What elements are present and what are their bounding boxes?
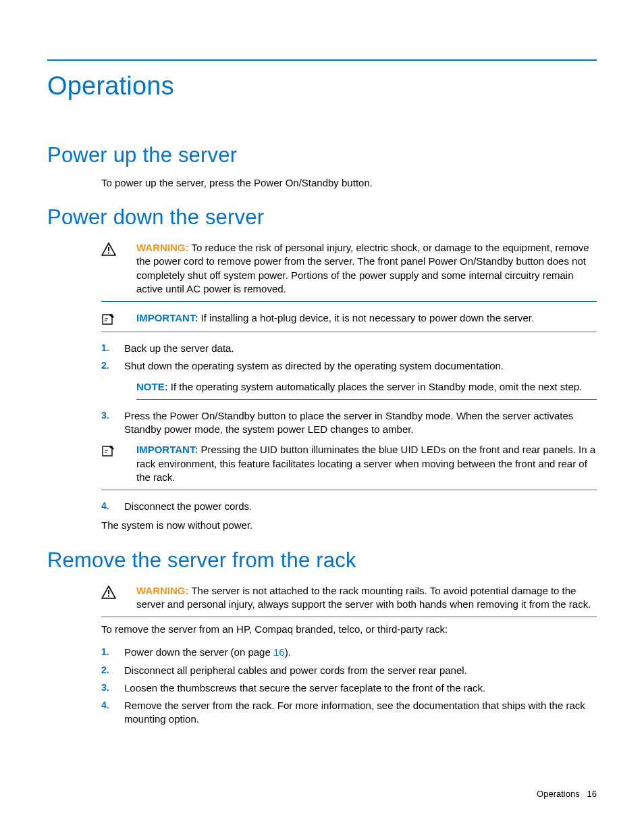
top-rule	[47, 59, 597, 61]
power-down-note: NOTE: If the operating system automatica…	[136, 377, 597, 400]
important-text: Pressing the UID button illuminates the …	[136, 444, 595, 483]
power-down-important-2: IMPORTANT: Pressing the UID button illum…	[101, 440, 597, 490]
step-text: Power down the server (on page 16).	[124, 646, 597, 659]
step-number: 4.	[101, 699, 124, 712]
step-text: Back up the server data.	[124, 342, 597, 355]
step-text: Shut down the operating system as direct…	[124, 359, 597, 373]
power-down-warning: WARNING: To reduce the risk of personal …	[101, 238, 597, 302]
step-number: 3.	[101, 681, 124, 694]
step-text: Disconnect the power cords.	[124, 500, 597, 513]
list-item: 3.Press the Power On/Standby button to p…	[101, 409, 597, 437]
step-number: 3.	[101, 409, 124, 422]
list-item: 1.Back up the server data.	[101, 342, 597, 355]
power-down-steps-cont: 3.Press the Power On/Standby button to p…	[101, 409, 597, 437]
warning-label: WARNING:	[136, 242, 189, 253]
heading-remove-rack: Remove the server from the rack	[47, 546, 597, 575]
power-down-important: IMPORTANT: If installing a hot-plug devi…	[101, 309, 597, 332]
important-label: IMPORTANT:	[136, 312, 198, 323]
step-number: 1.	[101, 646, 124, 658]
power-down-closing: The system is now without power.	[101, 519, 597, 532]
step-text: Remove the server from the rack. For mor…	[124, 699, 597, 727]
important-icon	[101, 443, 136, 458]
page-title: Operations	[47, 69, 597, 103]
page-link[interactable]: 16	[273, 646, 285, 658]
power-down-steps-end: 4.Disconnect the power cords.	[101, 500, 597, 513]
note-text: If the operating system automatically pl…	[168, 381, 583, 392]
remove-rack-intro: To remove the server from an HP, Compaq …	[101, 623, 597, 636]
svg-rect-1	[108, 253, 109, 254]
note-label: NOTE:	[136, 381, 168, 392]
list-item: 1.Power down the server (on page 16).	[101, 646, 597, 659]
step-number: 2.	[101, 664, 124, 677]
step-number: 4.	[101, 500, 124, 513]
warning-icon	[101, 584, 136, 599]
warning-label: WARNING:	[136, 585, 189, 596]
remove-rack-steps: 1.Power down the server (on page 16). 2.…	[101, 646, 597, 726]
heading-power-down: Power down the server	[47, 203, 597, 232]
list-item: 2.Disconnect all peripheral cables and p…	[101, 664, 597, 677]
power-down-steps: 1.Back up the server data. 2.Shut down t…	[101, 342, 597, 373]
step-text: Press the Power On/Standby button to pla…	[124, 409, 597, 437]
warning-text: The server is not attached to the rack m…	[136, 585, 591, 610]
warning-icon	[101, 241, 136, 256]
list-item: 2.Shut down the operating system as dire…	[101, 359, 597, 373]
warning-text: To reduce the risk of personal injury, e…	[136, 242, 589, 294]
list-item: 3.Loosen the thumbscrews that secure the…	[101, 681, 597, 695]
list-item: 4.Remove the server from the rack. For m…	[101, 699, 597, 727]
important-text: If installing a hot-plug device, it is n…	[198, 312, 534, 323]
step-number: 2.	[101, 359, 124, 372]
svg-rect-4	[108, 590, 109, 594]
important-icon	[101, 311, 136, 326]
step-number: 1.	[101, 342, 124, 355]
list-item: 4.Disconnect the power cords.	[101, 500, 597, 513]
step-text: Loosen the thumbscrews that secure the s…	[124, 681, 597, 695]
power-up-body: To power up the server, press the Power …	[101, 176, 597, 190]
footer-page: 16	[587, 789, 597, 799]
svg-rect-0	[108, 247, 109, 251]
page-footer: Operations 16	[537, 788, 597, 800]
svg-rect-5	[108, 595, 109, 596]
step-text: Disconnect all peripheral cables and pow…	[124, 664, 597, 677]
important-label: IMPORTANT:	[136, 444, 198, 455]
footer-section: Operations	[537, 789, 580, 799]
remove-rack-warning: WARNING: The server is not attached to t…	[101, 581, 597, 618]
heading-power-up: Power up the server	[47, 141, 597, 170]
